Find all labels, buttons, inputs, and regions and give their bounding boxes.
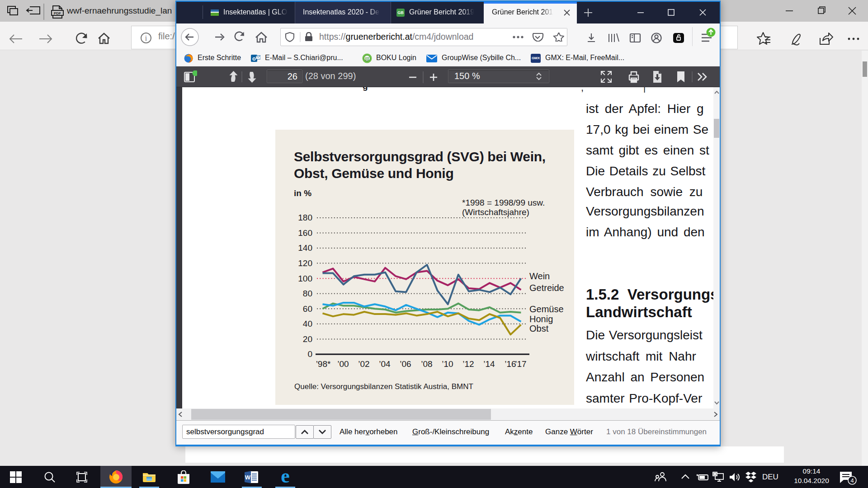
svg-text:’98*: ’98* [316,359,331,369]
svg-text:’14: ’14 [483,359,495,369]
svg-text:20: 20 [303,334,312,344]
svg-text:’17: ’17 [515,359,526,369]
svg-text:140: 140 [298,243,312,253]
svg-text:’06: ’06 [400,359,411,369]
svg-text:’04: ’04 [379,359,391,369]
svg-text:Gemüse: Gemüse [529,304,564,314]
svg-text:’10: ’10 [442,359,453,369]
svg-text:PDF: PDF [54,11,61,15]
svg-text:80: 80 [303,289,312,298]
svg-text:i: i [145,34,147,42]
svg-text:’08: ’08 [421,359,432,369]
svg-text:’02: ’02 [358,359,369,369]
svg-text:4: 4 [850,477,854,484]
svg-text:40: 40 [303,319,312,328]
svg-text:100: 100 [298,274,312,283]
svg-text:Getreide: Getreide [529,283,564,293]
svg-text:’12: ’12 [462,359,474,369]
svg-text:Honig: Honig [529,314,553,324]
svg-text:o: o [252,55,256,62]
svg-text:0: 0 [307,349,312,359]
svg-text:’16: ’16 [505,359,516,369]
svg-text:(((: ((( [365,56,369,61]
svg-text:’00: ’00 [337,359,349,369]
svg-text:W: W [245,474,251,481]
svg-text:60: 60 [303,304,312,314]
svg-text:120: 120 [298,258,312,268]
svg-text:180: 180 [298,213,312,222]
svg-text:Obst: Obst [529,324,549,333]
svg-text:Wein: Wein [529,271,550,281]
svg-text:160: 160 [298,228,312,238]
